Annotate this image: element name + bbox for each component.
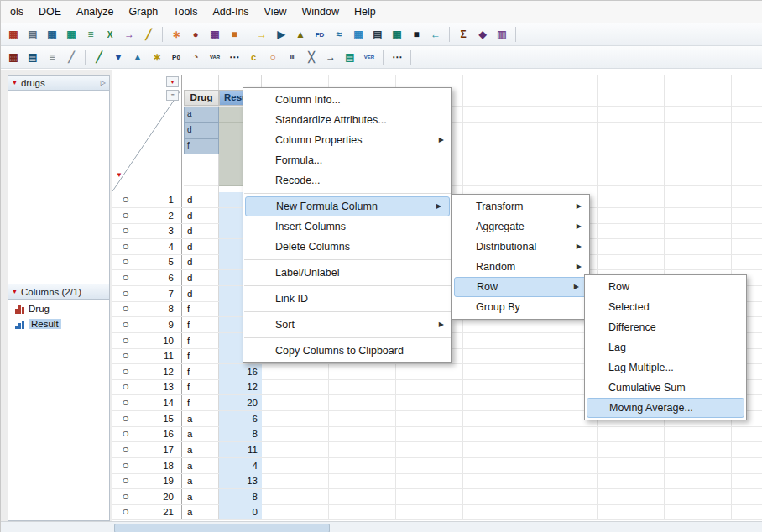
row-number[interactable]: 20: [136, 489, 174, 504]
row-state-marker[interactable]: O: [123, 192, 128, 207]
table-row[interactable]: O17a11: [112, 442, 762, 458]
menu-view[interactable]: View: [257, 1, 295, 23]
redo-icon[interactable]: →: [253, 26, 270, 43]
drug-cell[interactable]: f: [184, 317, 219, 332]
drug-cell[interactable]: f: [184, 379, 219, 394]
menu-item-cumulative-sum[interactable]: Cumulative Sum: [585, 378, 746, 398]
result-cell[interactable]: 0: [219, 504, 262, 519]
starburst-icon[interactable]: ∗: [168, 26, 185, 43]
drug-cell[interactable]: a: [184, 489, 219, 504]
distribution-icon[interactable]: ●: [187, 26, 204, 43]
row-state-marker[interactable]: O: [123, 426, 128, 441]
fd-icon[interactable]: FD: [311, 26, 328, 43]
columns-panel-header[interactable]: ▼ Columns (2/1): [8, 284, 109, 300]
menu-item-distributional[interactable]: Distributional▶: [452, 237, 589, 257]
menu-item-formula[interactable]: Formula...: [243, 150, 451, 170]
menu-item-row[interactable]: Row▶: [454, 277, 587, 297]
row-number[interactable]: 6: [136, 270, 174, 285]
row-state-marker[interactable]: O: [123, 223, 128, 238]
table-panel-header[interactable]: ▼ drugs ▷: [8, 76, 109, 91]
wrench-icon[interactable]: ╳: [303, 49, 320, 65]
cell-grid-icon[interactable]: ▦: [5, 49, 22, 65]
drug-cell[interactable]: d: [184, 208, 219, 223]
row-number[interactable]: 11: [136, 348, 174, 363]
drug-cell[interactable]: f: [184, 395, 219, 410]
row-state-marker[interactable]: O: [123, 348, 128, 363]
drug-cell[interactable]: f: [184, 301, 219, 316]
row-state-marker[interactable]: O: [123, 489, 128, 504]
sidebar-item-result[interactable]: Result: [8, 316, 109, 331]
rows-red-triangle-icon[interactable]: ▼: [116, 171, 123, 179]
sidebar-item-drug[interactable]: Drug: [8, 301, 109, 316]
row-state-marker[interactable]: O: [123, 504, 128, 519]
row-number[interactable]: 12: [136, 364, 174, 379]
blue-triangle-up-icon[interactable]: ▲: [129, 49, 146, 65]
design-table-icon[interactable]: ▦: [350, 26, 367, 43]
horizontal-scrollbar[interactable]: [1, 521, 762, 532]
menu-item-difference[interactable]: Difference: [585, 317, 746, 337]
row-state-marker[interactable]: O: [123, 379, 128, 394]
menu-item-label-unlabel[interactable]: Label/Unlabel: [243, 263, 451, 283]
rows-menu-button[interactable]: ≡: [166, 90, 179, 101]
row-state-marker[interactable]: O: [123, 270, 128, 285]
red-triangle-icon[interactable]: ▼: [12, 289, 18, 295]
export-box-icon[interactable]: ■: [408, 26, 425, 43]
menu-item-sort[interactable]: Sort▶: [243, 315, 451, 335]
menu-tools[interactable]: Tools: [165, 1, 205, 23]
row-number[interactable]: 21: [136, 504, 174, 519]
row-state-marker[interactable]: O: [123, 333, 128, 348]
scrollbar-thumb[interactable]: [114, 524, 330, 532]
row-number[interactable]: 15: [136, 411, 174, 426]
back-arrow-icon[interactable]: ←: [427, 26, 444, 43]
menu-item-link-id[interactable]: Link ID: [243, 289, 451, 309]
row-number[interactable]: 17: [136, 442, 174, 457]
menu-ols[interactable]: ols: [3, 1, 31, 23]
level-cell[interactable]: f: [184, 138, 219, 154]
result-cell[interactable]: 4: [219, 458, 262, 473]
row-number[interactable]: 8: [136, 301, 174, 316]
new-data-table-icon[interactable]: ▦: [44, 26, 60, 43]
clock-icon[interactable]: ◔: [187, 49, 204, 65]
menu-item-group-by[interactable]: Group By: [452, 297, 589, 317]
graph-builder-icon[interactable]: ▦: [206, 26, 223, 43]
row-state-marker[interactable]: O: [123, 208, 128, 223]
run-script-icon[interactable]: →: [121, 26, 138, 43]
drug-cell[interactable]: d: [184, 239, 219, 254]
row-number[interactable]: 5: [136, 254, 174, 269]
row-state-marker[interactable]: O: [123, 395, 128, 410]
menu-item-column-properties[interactable]: Column Properties▶: [243, 130, 451, 150]
menu-item-copy-columns-to-clipboard[interactable]: Copy Columns to Clipboard: [243, 341, 451, 361]
row-number[interactable]: 13: [136, 379, 174, 394]
menu-item-column-info[interactable]: Column Info...: [243, 90, 451, 110]
row-number[interactable]: 18: [136, 458, 174, 473]
drug-cell[interactable]: d: [184, 270, 219, 285]
drug-cell[interactable]: a: [184, 473, 219, 488]
menu-item-standardize-attributes[interactable]: Standardize Attributes...: [243, 110, 451, 130]
drug-cell[interactable]: a: [184, 442, 219, 457]
drug-cell[interactable]: d: [184, 254, 219, 269]
hii-icon[interactable]: III: [284, 49, 300, 65]
pattern-grid-icon[interactable]: ▤: [24, 49, 41, 65]
open-data-table-icon[interactable]: ▦: [63, 26, 80, 43]
menu-item-insert-columns[interactable]: Insert Columns: [243, 216, 451, 237]
row-state-marker[interactable]: O: [123, 473, 128, 488]
table-row[interactable]: O16a8: [112, 426, 762, 442]
menu-help[interactable]: Help: [347, 1, 384, 23]
printer-icon[interactable]: ▤: [24, 26, 41, 43]
journal-icon[interactable]: ■: [226, 26, 243, 43]
result-cell[interactable]: 20: [219, 395, 262, 410]
menu-analyze[interactable]: Analyze: [69, 1, 121, 23]
row-state-marker[interactable]: O: [123, 442, 128, 457]
drug-cell[interactable]: f: [184, 348, 219, 363]
row-number[interactable]: 9: [136, 317, 174, 332]
p-zero-icon[interactable]: P0: [168, 49, 185, 65]
menu-item-random[interactable]: Random▶: [452, 257, 589, 277]
drug-cell[interactable]: d: [184, 286, 219, 301]
row-number[interactable]: 1: [136, 192, 174, 207]
c-icon[interactable]: c: [245, 49, 262, 65]
table-row[interactable]: O20a8: [112, 489, 762, 505]
row-state-marker[interactable]: O: [123, 286, 128, 301]
row-state-marker[interactable]: O: [123, 254, 128, 269]
result-cell[interactable]: 8: [219, 426, 262, 441]
row-state-marker[interactable]: O: [123, 301, 128, 316]
